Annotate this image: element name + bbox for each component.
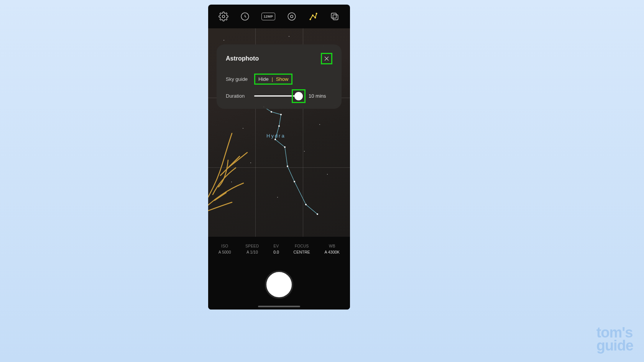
param-focus[interactable]: FOCUS CENTRE [294, 244, 310, 254]
shutter-area [208, 260, 350, 310]
svg-point-11 [271, 111, 272, 113]
astrophoto-icon[interactable] [308, 11, 318, 21]
camera-toolbar: 12MP [208, 5, 350, 28]
param-iso[interactable]: ISO A 5000 [219, 244, 231, 254]
svg-rect-9 [333, 15, 338, 20]
svg-point-15 [284, 146, 286, 148]
constellation-overlay [260, 105, 337, 220]
svg-point-5 [312, 15, 313, 16]
home-indicator[interactable] [258, 306, 300, 307]
param-speed[interactable]: SPEED A 1/10 [245, 244, 259, 254]
svg-point-3 [291, 15, 293, 18]
skyguide-show-option[interactable]: Show [276, 76, 289, 82]
svg-point-16 [287, 165, 288, 167]
svg-point-13 [278, 125, 280, 127]
timer-icon[interactable] [240, 11, 250, 21]
svg-rect-8 [331, 13, 336, 18]
aspect-icon[interactable] [330, 11, 340, 21]
svg-point-7 [316, 13, 317, 14]
svg-point-14 [274, 139, 276, 140]
skyguide-hide-option[interactable]: Hide [258, 76, 269, 82]
panel-title: Astrophoto [226, 55, 259, 62]
svg-point-4 [310, 19, 310, 20]
skyguide-toggle[interactable]: Hide | Show [254, 74, 292, 85]
svg-point-19 [317, 213, 318, 215]
viewfinder[interactable]: Hydra Astrophoto Sky guide Hide | Show D… [208, 28, 350, 237]
astrophoto-panel: Astrophoto Sky guide Hide | Show Duratio… [217, 44, 342, 109]
svg-point-6 [315, 17, 315, 18]
settings-icon[interactable] [219, 11, 228, 21]
duration-label: Duration [226, 93, 254, 99]
phone-frame: 12MP [208, 5, 350, 310]
svg-point-2 [288, 13, 296, 20]
duration-slider-thumb[interactable] [292, 89, 306, 103]
svg-point-17 [294, 181, 295, 182]
exposure-params: ISO A 5000 SPEED A 1/10 EV 0.0 FOCUS CEN… [208, 237, 350, 260]
close-button[interactable] [321, 53, 332, 64]
duration-value: 10 mins [309, 93, 326, 99]
param-ev[interactable]: EV 0.0 [273, 244, 279, 254]
shutter-button[interactable] [265, 270, 293, 299]
resolution-badge[interactable]: 12MP [261, 13, 275, 20]
constellation-label: Hydra [266, 133, 286, 139]
watermark: tom's guide [596, 326, 633, 352]
svg-point-18 [305, 204, 307, 205]
svg-point-0 [222, 15, 225, 18]
metering-icon[interactable] [287, 11, 297, 21]
duration-slider[interactable] [254, 95, 300, 97]
skyguide-label: Sky guide [226, 76, 254, 82]
svg-point-12 [280, 114, 282, 115]
param-wb[interactable]: WB A 4300K [324, 244, 340, 254]
